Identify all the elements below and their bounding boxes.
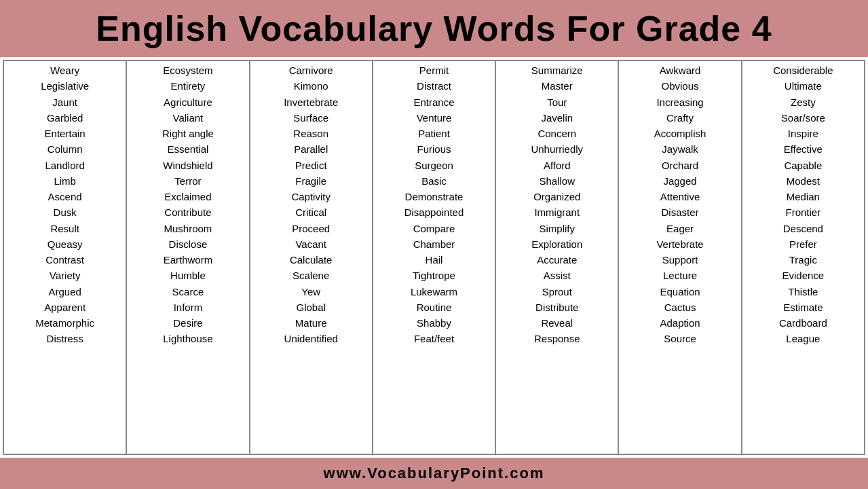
vocab-word: Median [742, 189, 864, 204]
vocab-word: Ecosystem [127, 62, 248, 78]
vocab-word: Afford [496, 158, 618, 173]
vocab-word: Accurate [496, 252, 618, 268]
vocab-word: Tour [496, 94, 618, 110]
vocab-word: Modest [742, 173, 864, 189]
vocab-word: Eager [619, 221, 740, 236]
vocab-word: Shabby [373, 315, 495, 331]
vocab-column-6: AwkwardObviousIncreasingCraftyAccomplish… [619, 61, 742, 454]
page-wrapper: English Vocabulary Words For Grade 4 Wea… [0, 0, 868, 489]
vocab-word: Kimono [250, 78, 372, 94]
vocab-word: Predict [250, 158, 372, 173]
vocab-word: Critical [250, 204, 372, 220]
vocab-word: Mushroom [127, 221, 248, 236]
vocab-word: Argued [4, 284, 126, 300]
vocab-word: Distribute [496, 300, 618, 315]
vocab-word: Valiant [127, 110, 248, 126]
vocab-word: Invertebrate [250, 94, 372, 110]
vocab-word: Windshield [127, 158, 248, 173]
vocab-word: Lecture [619, 268, 740, 283]
vocab-word: Agriculture [127, 94, 248, 110]
vocab-word: Jagged [619, 173, 740, 189]
vocab-word: Carnivore [250, 62, 372, 78]
vocab-word: Sprout [496, 284, 618, 300]
vocab-word: Attentive [619, 189, 740, 204]
vocab-word: Entrance [373, 94, 495, 110]
vocab-word: Disclose [127, 236, 248, 252]
vocab-word: Ultimate [742, 78, 864, 94]
vocab-word: Frontier [742, 204, 864, 220]
vocab-word: Orchard [619, 158, 740, 173]
vocab-word: Entertain [4, 126, 126, 141]
vocab-word: Soar/sore [742, 110, 864, 126]
vocab-word: Support [619, 252, 740, 268]
vocab-word: Disaster [619, 204, 740, 220]
vocab-word: Exclaimed [127, 189, 248, 204]
vocab-word: Feat/feet [373, 331, 495, 346]
vocab-word: Metamorphic [4, 315, 126, 331]
vocab-word: Javelin [496, 110, 618, 126]
vocab-word: Furious [373, 141, 495, 157]
vocab-word: Permit [373, 62, 495, 78]
vocab-word: Shallow [496, 173, 618, 189]
vocab-word: Organized [496, 189, 618, 204]
vocab-word: Estimate [742, 300, 864, 315]
vocab-word: Essential [127, 141, 248, 157]
vocab-word: Legislative [4, 78, 126, 94]
vocab-word: Surgeon [373, 158, 495, 173]
vocab-word: League [742, 331, 864, 346]
vocab-word: Venture [373, 110, 495, 126]
vocab-word: Response [496, 331, 618, 346]
vocab-word: Obvious [619, 78, 740, 94]
vocab-word: Inspire [742, 126, 864, 141]
vocab-word: Earthworm [127, 252, 248, 268]
vocab-word: Accomplish [619, 126, 740, 141]
vocab-word: Reveal [496, 315, 618, 331]
vocab-word: Compare [373, 221, 495, 236]
vocab-word: Routine [373, 300, 495, 315]
vocab-word: Disappointed [373, 204, 495, 220]
vocabulary-table: WearyLegislativeJauntGarbledEntertainCol… [3, 60, 865, 455]
vocab-word: Zesty [742, 94, 864, 110]
vocab-word: Tragic [742, 252, 864, 268]
vocab-word: Vertebrate [619, 236, 740, 252]
vocab-column-4: PermitDistractEntranceVenturePatientFuri… [373, 61, 496, 454]
vocab-word: Scarce [127, 284, 248, 300]
footer: www.VocabularyPoint.com [0, 458, 868, 489]
vocab-column-5: SummarizeMasterTourJavelinConcernUnhurri… [496, 61, 619, 454]
vocab-word: Lukewarm [373, 284, 495, 300]
vocab-word: Column [4, 141, 126, 157]
vocab-word: Calculate [250, 252, 372, 268]
vocab-word: Dusk [4, 204, 126, 220]
vocab-word: Cardboard [742, 315, 864, 331]
vocab-column-3: CarnivoreKimonoInvertebrateSurfaceReason… [250, 61, 373, 454]
vocab-word: Hail [373, 252, 495, 268]
vocab-word: Garbled [4, 110, 126, 126]
vocab-word: Descend [742, 221, 864, 236]
vocab-word: Thistle [742, 284, 864, 300]
vocab-word: Adaption [619, 315, 740, 331]
vocab-word: Assist [496, 268, 618, 283]
vocab-word: Ascend [4, 189, 126, 204]
vocab-word: Landlord [4, 158, 126, 173]
vocab-word: Scalene [250, 268, 372, 283]
vocab-word: Contrast [4, 252, 126, 268]
vocab-word: Entirety [127, 78, 248, 94]
vocab-word: Result [4, 221, 126, 236]
vocab-word: Apparent [4, 300, 126, 315]
vocab-word: Mature [250, 315, 372, 331]
header: English Vocabulary Words For Grade 4 [0, 0, 868, 57]
vocab-column-2: EcosystemEntiretyAgricultureValiantRight… [127, 61, 250, 454]
vocab-word: Evidence [742, 268, 864, 283]
vocab-word: Effective [742, 141, 864, 157]
vocab-word: Summarize [496, 62, 618, 78]
website-url: www.VocabularyPoint.com [7, 465, 861, 482]
vocab-word: Master [496, 78, 618, 94]
vocab-word: Increasing [619, 94, 740, 110]
vocab-word: Surface [250, 110, 372, 126]
vocab-word: Basic [373, 173, 495, 189]
vocab-word: Concern [496, 126, 618, 141]
vocab-word: Demonstrate [373, 189, 495, 204]
vocab-word: Simplify [496, 221, 618, 236]
vocab-column-7: ConsiderableUltimateZestySoar/soreInspir… [742, 61, 864, 454]
vocab-word: Terror [127, 173, 248, 189]
